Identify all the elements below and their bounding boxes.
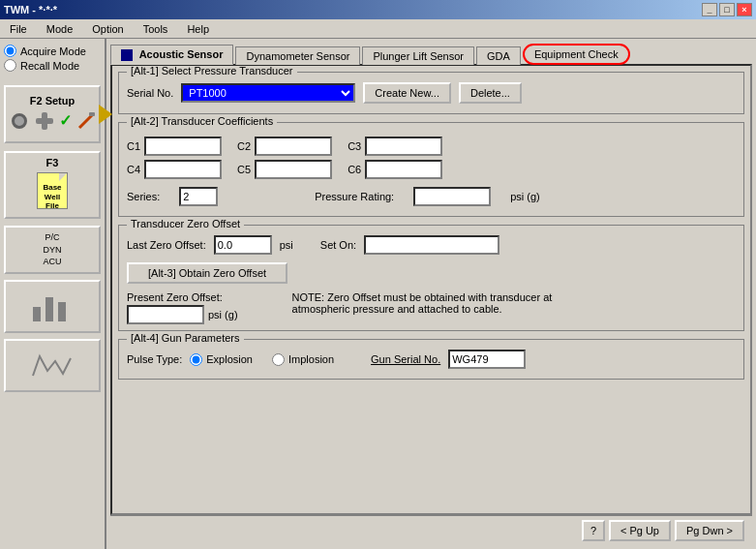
tab-equipment-check[interactable]: Equipment Check (523, 44, 630, 65)
svg-rect-1 (36, 118, 53, 124)
wave-icon (28, 347, 76, 385)
tab-gda[interactable]: GDA (476, 46, 521, 65)
serial-no-row: Serial No. PT1000 Create New... Delete..… (127, 82, 736, 104)
c1-label: C1 (127, 140, 140, 152)
coefficients-grid: C1 C2 C3 C4 (127, 137, 736, 179)
obtain-zero-button[interactable]: [Alt-3] Obtain Zero Offset (127, 262, 287, 284)
pg-dwn-button[interactable]: Pg Dwn > (675, 520, 744, 541)
tab-dynamometer[interactable]: Dynamometer Sensor (235, 46, 360, 65)
svg-rect-4 (33, 307, 41, 321)
screwdriver-icon (76, 110, 97, 134)
coeff-row1: C1 C2 C3 (127, 137, 736, 156)
present-zero-input-row: psi (g) (127, 305, 238, 324)
zero-offset-row: Last Zero Offset: psi Set On: (127, 235, 736, 255)
c3-item: C3 (348, 137, 442, 156)
present-zero-input[interactable] (127, 305, 204, 324)
pg-up-button[interactable]: < Pg Up (609, 520, 671, 541)
recall-mode-label: Recall Mode (20, 60, 79, 72)
maximize-button[interactable]: □ (719, 3, 735, 16)
present-zero-row: Present Zero Offset: psi (g) NOTE: Zero … (127, 291, 736, 324)
create-new-button[interactable]: Create New... (363, 82, 451, 104)
c1-input[interactable] (144, 137, 222, 156)
set-on-input[interactable] (364, 235, 499, 255)
set-on-label: Set On: (320, 239, 356, 251)
c2-item: C2 (237, 137, 332, 156)
explosion-radio-label[interactable]: Explosion (190, 353, 253, 366)
c1-item: C1 (127, 137, 222, 156)
tab-acoustic-sensor[interactable]: Acoustic Sensor (110, 45, 233, 65)
last-zero-unit: psi (280, 239, 293, 251)
tab-plunger-lift[interactable]: Plunger Lift Sensor (362, 46, 474, 65)
tab-bar: Acoustic Sensor Dynamometer Sensor Plung… (110, 43, 752, 64)
section-pressure-transducer: [Alt-1] Select Pressure Transducer Seria… (118, 72, 744, 114)
document-icon: BaseWellFile (37, 172, 68, 209)
pulse-type-label: Pulse Type: (127, 353, 182, 365)
acquire-mode-radio[interactable]: Acquire Mode (4, 45, 101, 57)
last-zero-offset-label: Last Zero Offset: (127, 239, 206, 251)
f2-label: F2 Setup (30, 95, 75, 107)
tab-plunger-label: Plunger Lift Sensor (373, 50, 464, 62)
c4-input[interactable] (144, 160, 222, 179)
c6-item: C6 (348, 160, 442, 179)
help-button[interactable]: ? (582, 520, 605, 541)
present-zero-label: Present Zero Offset: (127, 291, 238, 303)
c6-input[interactable] (365, 160, 442, 179)
series-input[interactable] (179, 187, 218, 206)
sidebar-btn-2[interactable] (4, 280, 101, 333)
sidebar-arrow-icon (99, 105, 112, 124)
c6-label: C6 (348, 164, 361, 175)
c4-item: C4 (127, 160, 222, 179)
series-pressure-row: Series: Pressure Rating: psi (g) (127, 187, 736, 206)
menu-tools[interactable]: Tools (137, 21, 174, 37)
tab-content-panel: [Alt-1] Select Pressure Transducer Seria… (110, 64, 752, 515)
menu-help[interactable]: Help (181, 21, 215, 37)
minimize-button[interactable]: _ (702, 3, 717, 16)
c5-item: C5 (237, 160, 332, 179)
menu-mode[interactable]: Mode (41, 21, 79, 37)
close-button[interactable]: × (737, 3, 752, 16)
pic-dyn-acu-button[interactable]: P/CDYNACU (4, 226, 101, 274)
gun-serial-no-input[interactable] (448, 350, 526, 369)
c5-input[interactable] (255, 160, 332, 179)
section3-label: Transducer Zero Offset (127, 218, 244, 229)
c2-input[interactable] (255, 137, 332, 156)
pressure-rating-input[interactable] (413, 187, 491, 206)
menu-bar: File Mode Option Tools Help (0, 19, 756, 39)
menu-file[interactable]: File (4, 21, 33, 37)
pressure-unit: psi (g) (510, 191, 540, 202)
implosion-label: Implosion (288, 353, 334, 365)
gear-icon (9, 110, 30, 132)
last-zero-offset-input[interactable] (214, 235, 272, 255)
chart-icon (28, 288, 76, 326)
f3-button[interactable]: F3 BaseWellFile (4, 151, 101, 219)
sidebar: Acquire Mode Recall Mode F2 Setup (0, 39, 106, 549)
check-icon: ✓ (59, 110, 72, 134)
c3-input[interactable] (365, 137, 442, 156)
tab-gda-label: GDA (487, 50, 510, 62)
explosion-radio[interactable] (190, 353, 202, 366)
gun-serial-no-label: Gun Serial No. (371, 353, 440, 365)
serial-no-select[interactable]: PT1000 (181, 83, 355, 103)
f3-label: F3 (46, 157, 59, 168)
tool-icon (34, 110, 55, 132)
menu-option[interactable]: Option (86, 21, 129, 37)
delete-button[interactable]: Delete... (459, 82, 522, 104)
title-text: TWM - *·*·* (4, 4, 57, 15)
sidebar-btn-3[interactable] (4, 339, 101, 392)
recall-mode-radio[interactable]: Recall Mode (4, 59, 101, 72)
section4-label: [Alt-4] Gun Parameters (127, 332, 244, 344)
implosion-radio[interactable] (272, 353, 285, 366)
section-zero-offset: Transducer Zero Offset Last Zero Offset:… (118, 225, 744, 331)
explosion-label: Explosion (206, 353, 253, 365)
implosion-radio-label[interactable]: Implosion (272, 353, 334, 366)
section-coefficients: [Alt-2] Transducer Coefficients C1 C2 C3 (118, 122, 744, 217)
f2-icons: ✓ (9, 110, 97, 134)
pressure-rating-label: Pressure Rating: (315, 191, 394, 202)
zero-offset-note: NOTE: Zero Offset must be obtained with … (292, 291, 583, 315)
section1-label: [Alt-1] Select Pressure Transducer (127, 65, 297, 76)
c5-label: C5 (237, 164, 251, 175)
serial-no-label: Serial No. (127, 87, 173, 99)
gun-params-row: Pulse Type: Explosion Implosion Gun Seri… (127, 350, 736, 369)
series-label: Series: (127, 191, 160, 202)
f2-setup-button[interactable]: F2 Setup ✓ (4, 85, 101, 143)
